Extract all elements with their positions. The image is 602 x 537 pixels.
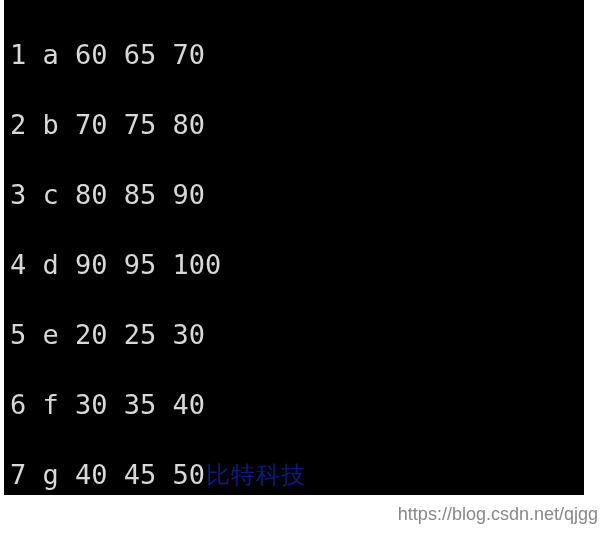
data-row: 1 a 60 65 70: [10, 37, 578, 72]
data-row: 5 e 20 25 30: [10, 317, 578, 352]
watermark-text: 比特科技: [206, 457, 306, 492]
data-row: 7 g 40 45 50比特科技: [10, 457, 578, 492]
row-text: 6 f 30 35 40: [10, 389, 205, 420]
data-row: 2 b 70 75 80: [10, 107, 578, 142]
data-row: 4 d 90 95 100: [10, 247, 578, 282]
row-text: 1 a 60 65 70: [10, 39, 205, 70]
row-text: 3 c 80 85 90: [10, 179, 205, 210]
data-row: 6 f 30 35 40: [10, 387, 578, 422]
row-text: 2 b 70 75 80: [10, 109, 205, 140]
row-text: 5 e 20 25 30: [10, 319, 205, 350]
data-row: 3 c 80 85 90: [10, 177, 578, 212]
row-text: 7 g 40 45 50: [10, 459, 205, 490]
console-window[interactable]: 1 a 60 65 70 2 b 70 75 80 3 c 80 85 90 4…: [4, 0, 584, 495]
footer-url: https://blog.csdn.net/qjgg: [398, 504, 598, 525]
row-text: 4 d 90 95 100: [10, 249, 221, 280]
